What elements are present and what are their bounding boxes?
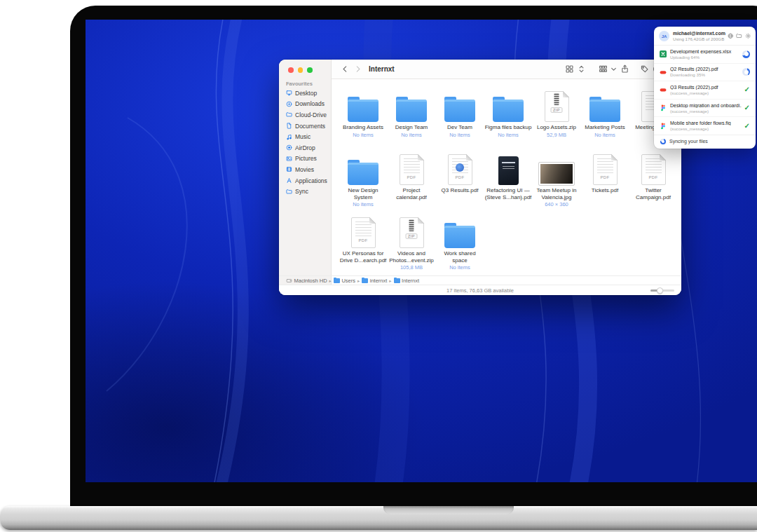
pdf-icon: PDF (351, 217, 376, 248)
file-item-figma-files-backup[interactable]: Figma files backup No items (486, 87, 531, 150)
traffic-lights (288, 67, 313, 73)
folder-icon (348, 100, 378, 122)
zip-icon: ZIP (545, 91, 569, 122)
view-grid-button[interactable] (565, 64, 574, 74)
forward-button[interactable] (353, 64, 362, 74)
movies-icon (286, 166, 292, 172)
sidebar-item-sync[interactable]: Sync (279, 186, 331, 197)
file-item-team-meetup-in-valencia-jpg[interactable]: Team Meetup in Valencia.jpg 640 × 360 (534, 150, 579, 213)
file-item-branding-assets[interactable]: Branding Assets No items (341, 87, 386, 150)
sidebar-item-music[interactable]: Music (279, 131, 331, 142)
file-item-design-team[interactable]: Design Team No items (389, 87, 434, 150)
settings-gear-icon[interactable] (745, 33, 751, 39)
file-item-tickets-pdf[interactable]: PDF Tickets.pdf (582, 150, 627, 213)
sidebar-item-downloads[interactable]: Downloads (279, 99, 331, 110)
sync-item-mobile-share-folder-flows-fig[interactable]: Mobile share folder flows.fig (success_m… (654, 116, 756, 135)
figma-icon (660, 104, 668, 111)
sync-item-q2-results-2022-pdf[interactable]: Q2 Results (2022).pdf Downloading 35% (654, 63, 756, 81)
folder-icon (348, 163, 378, 185)
sidebar-item-cloud-drive[interactable]: Cloud-Drive (279, 109, 331, 121)
screenshot-stage: Favourites Desktop Downloads Cloud-Drive… (0, 0, 757, 532)
files-grid: Branding Assets No items Design Team No … (341, 87, 676, 276)
sidebar-heading: Favourites (286, 81, 313, 87)
book-cover-icon (498, 156, 519, 185)
sort-order-button[interactable] (577, 64, 586, 74)
file-item-refactoring-ui-steve-s-han-pdf[interactable]: Refactoring UI — (Steve S...han).pdf (486, 150, 531, 213)
sidebar-list: Desktop Downloads Cloud-Drive Documents … (279, 88, 331, 197)
desktop-icon (286, 90, 292, 96)
disk-icon (286, 278, 292, 284)
figma-icon (660, 123, 668, 130)
folder-icon (286, 189, 292, 195)
sidebar-item-documents[interactable]: Documents (279, 121, 331, 132)
folder-icon (286, 111, 292, 118)
popup-footer: Syncing your files (654, 135, 756, 149)
sync-item-development-expenses-xlsx[interactable]: Development expenses.xlsx Uploading 64% (654, 46, 756, 63)
sidebar-item-movies[interactable]: Movies (279, 164, 331, 175)
close-button[interactable] (288, 67, 294, 73)
file-item-new-design-system[interactable]: New Design System No items (341, 150, 386, 213)
globe-icon[interactable] (728, 33, 734, 39)
back-button[interactable] (341, 64, 350, 74)
share-button[interactable] (620, 64, 629, 74)
success-check-icon: ✓ (744, 86, 750, 93)
internxt-sync-popup: JA michael@internxt.com Using 176,42GB o… (654, 27, 756, 149)
folder-icon (444, 226, 475, 248)
file-item-dev-team[interactable]: Dev Team No items (437, 87, 482, 150)
sidebar-item-pictures[interactable]: Pictures (279, 154, 331, 165)
sync-items-list: Development expenses.xlsx Uploading 64% … (654, 46, 756, 135)
path-segment-users[interactable]: Users (334, 278, 355, 284)
finder-toolbar: Internxt (332, 60, 681, 79)
chart-thumbnail (456, 163, 464, 172)
syncing-status-label: Syncing your files (669, 139, 708, 144)
group-by-button[interactable] (599, 64, 608, 74)
airdrop-icon (286, 144, 292, 151)
item-count-status: 17 items, 76,63 GB available (279, 287, 681, 294)
path-segment-internxt[interactable]: internxt (362, 278, 387, 284)
sidebar-item-desktop[interactable]: Desktop (279, 88, 331, 99)
path-segment-macintosh-hd[interactable]: Macintosh HD (286, 278, 327, 284)
pictures-icon (286, 156, 292, 162)
file-item-videos-and-photos-event-zip[interactable]: ZIP Videos and Photos...event.zip 105,8 … (389, 213, 434, 276)
file-item-project-calendar-pdf[interactable]: PDF Project calendar.pdf (389, 150, 434, 213)
finder-window: Favourites Desktop Downloads Cloud-Drive… (279, 60, 681, 295)
success-check-icon: ✓ (744, 123, 750, 130)
path-separator: ▸ (357, 278, 360, 284)
document-icon (286, 123, 292, 129)
file-item-ux-personas-for-drive-d-earch-pdf[interactable]: PDF UX Personas for Drive D...earch.pdf (341, 213, 386, 276)
sidebar-item-applications[interactable]: Applications (279, 175, 331, 186)
file-item-marketing-posts[interactable]: Marketing Posts No items (582, 87, 627, 150)
pdf-icon: PDF (448, 154, 472, 185)
folder-icon (444, 100, 475, 122)
file-item-logo-assets-zip[interactable]: ZIP Logo Assets.zip 52,9 MB (534, 87, 579, 150)
popup-header: JA michael@internxt.com Using 176,42GB o… (654, 27, 756, 46)
file-item-q3-results-pdf[interactable]: PDF Q3 Results.pdf (437, 150, 482, 213)
path-separator: ▸ (389, 278, 391, 284)
laptop-deck (0, 506, 757, 530)
open-folder-icon[interactable] (736, 33, 742, 39)
account-email: michael@internxt.com (673, 31, 728, 36)
zoom-button[interactable] (307, 67, 313, 73)
minimize-button[interactable] (298, 67, 304, 73)
file-item-twitter-campaign-pdf[interactable]: PDF Twitter Campaign.pdf (631, 150, 676, 213)
tag-button[interactable] (640, 64, 649, 74)
icon-size-slider[interactable] (650, 289, 674, 292)
excel-icon (660, 50, 668, 57)
group-chevron-icon[interactable] (609, 64, 618, 74)
sync-item-desktop-migration-and-onboardi[interactable]: Desktop migration and onboardi... (succe… (654, 99, 756, 117)
path-bar: Macintosh HD▸Users▸internxt▸Internxt (279, 275, 681, 285)
path-segment-internxt[interactable]: Internxt (394, 278, 420, 284)
laptop-deck-notch (383, 506, 514, 514)
success-check-icon: ✓ (744, 104, 750, 111)
storage-usage: Using 176,42GB of 200GB (673, 36, 728, 41)
folder-icon (589, 100, 620, 122)
sidebar-item-airdrop[interactable]: AirDrop (279, 142, 331, 154)
file-item-work-shared-space[interactable]: Work shared space No items (437, 213, 482, 276)
path-separator: ▸ (329, 278, 332, 284)
finder-sidebar: Favourites Desktop Downloads Cloud-Drive… (279, 60, 332, 295)
sync-item-q3-results-2022-pdf[interactable]: Q3 Results (2022).pdf (success_message) … (654, 81, 756, 99)
folder-icon (334, 278, 340, 283)
slider-knob[interactable] (657, 287, 663, 294)
downloads-icon (286, 101, 292, 107)
photo-thumbnail-icon (539, 163, 574, 185)
